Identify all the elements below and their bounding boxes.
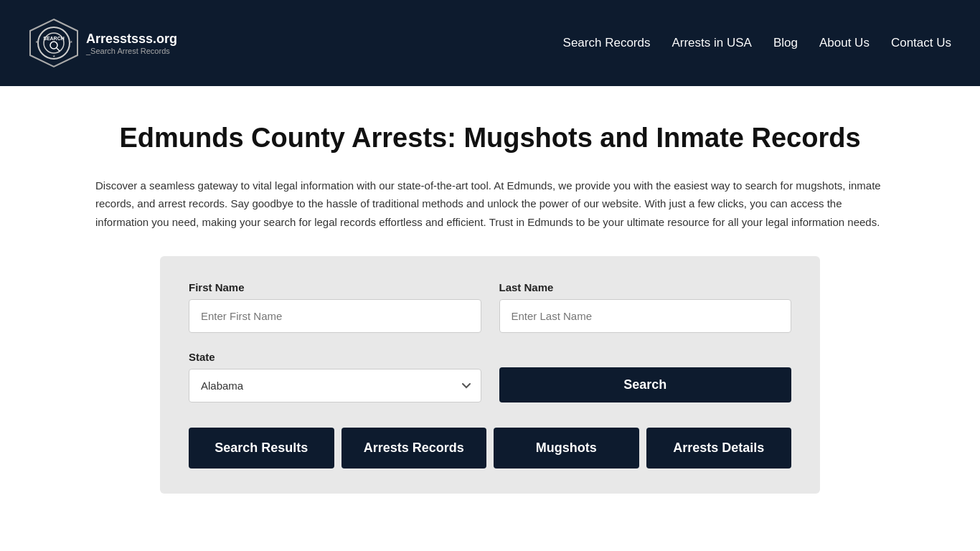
main-nav: Search Records Arrests in USA Blog About… <box>563 36 951 50</box>
svg-line-5 <box>57 48 60 51</box>
main-content: Edmunds County Arrests: Mugshots and Inm… <box>0 86 980 551</box>
last-name-input[interactable] <box>499 299 792 333</box>
first-name-group: First Name <box>189 281 481 333</box>
search-button-group: Search <box>499 367 792 402</box>
state-label: State <box>189 351 481 363</box>
logo-icon: SEARCH ★ ★ ★ <box>29 18 79 68</box>
search-card: First Name Last Name State Alabama Alask… <box>160 256 820 494</box>
state-group: State Alabama Alaska Arizona Arkansas Ca… <box>189 351 481 402</box>
svg-point-4 <box>50 42 57 49</box>
state-select[interactable]: Alabama Alaska Arizona Arkansas Californ… <box>189 369 481 402</box>
first-name-label: First Name <box>189 281 481 293</box>
logo[interactable]: SEARCH ★ ★ ★ Arresstsss.org _Search Arre… <box>29 18 177 68</box>
last-name-label: Last Name <box>499 281 792 293</box>
page-description: Discover a seamless gateway to vital leg… <box>95 176 885 232</box>
svg-text:★: ★ <box>70 39 73 44</box>
svg-text:★: ★ <box>52 54 56 58</box>
nav-search-records[interactable]: Search Records <box>563 36 651 50</box>
last-name-group: Last Name <box>499 281 792 333</box>
mugshots-button[interactable]: Mugshots <box>494 428 639 468</box>
nav-blog[interactable]: Blog <box>773 36 798 50</box>
search-button[interactable]: Search <box>499 367 792 402</box>
state-search-row: State Alabama Alaska Arizona Arkansas Ca… <box>189 351 791 402</box>
name-row: First Name Last Name <box>189 281 791 333</box>
page-title: Edmunds County Arrests: Mugshots and Inm… <box>57 122 923 155</box>
bottom-buttons: Search Results Arrests Records Mugshots … <box>189 428 791 468</box>
nav-arrests-in-usa[interactable]: Arrests in USA <box>672 36 751 50</box>
arrests-records-button[interactable]: Arrests Records <box>341 428 487 468</box>
svg-text:SEARCH: SEARCH <box>43 36 65 41</box>
arrests-details-button[interactable]: Arrests Details <box>646 428 792 468</box>
logo-name: Arresstsss.org <box>86 32 177 47</box>
logo-tagline: _Search Arrest Records <box>86 47 177 55</box>
nav-contact-us[interactable]: Contact Us <box>891 36 951 50</box>
first-name-input[interactable] <box>189 299 481 333</box>
site-header: SEARCH ★ ★ ★ Arresstsss.org _Search Arre… <box>0 0 980 86</box>
nav-about-us[interactable]: About Us <box>819 36 870 50</box>
search-results-button[interactable]: Search Results <box>189 428 334 468</box>
logo-text: Arresstsss.org _Search Arrest Records <box>86 32 177 55</box>
